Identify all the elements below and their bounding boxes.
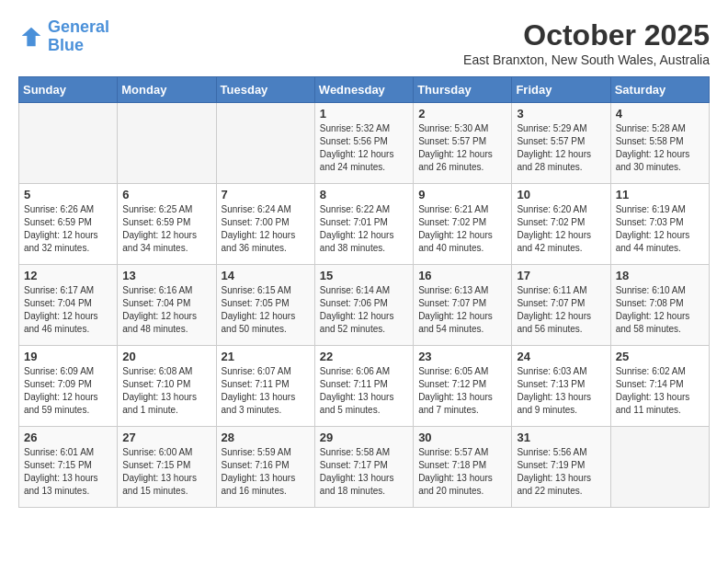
day-number: 20	[122, 350, 210, 363]
calendar-cell: 28Sunrise: 5:59 AM Sunset: 7:16 PM Dayli…	[216, 427, 314, 508]
cell-content: Sunrise: 6:21 AM Sunset: 7:02 PM Dayligh…	[418, 203, 506, 255]
cell-content: Sunrise: 6:10 AM Sunset: 7:08 PM Dayligh…	[616, 284, 704, 336]
day-number: 26	[24, 431, 112, 444]
day-number: 24	[517, 350, 605, 363]
cell-content: Sunrise: 5:29 AM Sunset: 5:57 PM Dayligh…	[517, 122, 605, 174]
day-number: 23	[418, 350, 506, 363]
svg-marker-0	[22, 28, 41, 47]
cell-content: Sunrise: 6:20 AM Sunset: 7:02 PM Dayligh…	[517, 203, 605, 255]
calendar-cell: 18Sunrise: 6:10 AM Sunset: 7:08 PM Dayli…	[610, 265, 709, 346]
day-number: 19	[24, 350, 112, 363]
cell-content: Sunrise: 6:07 AM Sunset: 7:11 PM Dayligh…	[222, 365, 310, 417]
weekday-header-cell: Tuesday	[216, 77, 314, 103]
cell-content: Sunrise: 6:26 AM Sunset: 6:59 PM Dayligh…	[24, 203, 112, 255]
weekday-header-cell: Thursday	[414, 77, 512, 103]
calendar-week-row: 26Sunrise: 6:01 AM Sunset: 7:15 PM Dayli…	[19, 427, 710, 508]
cell-content: Sunrise: 6:03 AM Sunset: 7:13 PM Dayligh…	[517, 365, 605, 417]
calendar-week-row: 19Sunrise: 6:09 AM Sunset: 7:09 PM Dayli…	[19, 346, 710, 427]
calendar-cell: 23Sunrise: 6:05 AM Sunset: 7:12 PM Dayli…	[414, 346, 512, 427]
calendar-cell: 19Sunrise: 6:09 AM Sunset: 7:09 PM Dayli…	[19, 346, 118, 427]
day-number: 29	[320, 431, 408, 444]
calendar-week-row: 12Sunrise: 6:17 AM Sunset: 7:04 PM Dayli…	[19, 265, 710, 346]
day-number: 14	[222, 269, 310, 282]
calendar-cell: 5Sunrise: 6:26 AM Sunset: 6:59 PM Daylig…	[19, 184, 118, 265]
cell-content: Sunrise: 6:25 AM Sunset: 6:59 PM Dayligh…	[122, 203, 210, 255]
calendar-cell: 24Sunrise: 6:03 AM Sunset: 7:13 PM Dayli…	[512, 346, 610, 427]
day-number: 6	[122, 188, 210, 201]
calendar-cell: 27Sunrise: 6:00 AM Sunset: 7:15 PM Dayli…	[118, 427, 216, 508]
calendar-week-row: 1Sunrise: 5:32 AM Sunset: 5:56 PM Daylig…	[19, 103, 710, 184]
cell-content: Sunrise: 6:09 AM Sunset: 7:09 PM Dayligh…	[24, 365, 112, 417]
cell-content: Sunrise: 6:22 AM Sunset: 7:01 PM Dayligh…	[320, 203, 408, 255]
month-title: October 2025	[463, 18, 710, 52]
day-number: 5	[24, 188, 112, 201]
day-number: 16	[418, 269, 506, 282]
day-number: 7	[222, 188, 310, 201]
calendar-cell	[610, 427, 709, 508]
cell-content: Sunrise: 6:16 AM Sunset: 7:04 PM Dayligh…	[122, 284, 210, 336]
weekday-header-cell: Monday	[118, 77, 216, 103]
calendar-cell: 1Sunrise: 5:32 AM Sunset: 5:56 PM Daylig…	[314, 103, 413, 184]
cell-content: Sunrise: 6:14 AM Sunset: 7:06 PM Dayligh…	[320, 284, 408, 336]
cell-content: Sunrise: 6:08 AM Sunset: 7:10 PM Dayligh…	[122, 365, 210, 417]
day-number: 27	[122, 431, 210, 444]
day-number: 4	[616, 107, 704, 121]
calendar-cell: 14Sunrise: 6:15 AM Sunset: 7:05 PM Dayli…	[216, 265, 314, 346]
location: East Branxton, New South Wales, Australi…	[463, 52, 710, 67]
calendar-cell: 17Sunrise: 6:11 AM Sunset: 7:07 PM Dayli…	[512, 265, 610, 346]
cell-content: Sunrise: 6:11 AM Sunset: 7:07 PM Dayligh…	[517, 284, 605, 336]
cell-content: Sunrise: 6:15 AM Sunset: 7:05 PM Dayligh…	[222, 284, 310, 336]
day-number: 15	[320, 269, 408, 282]
calendar-cell	[118, 103, 216, 184]
calendar-cell: 3Sunrise: 5:29 AM Sunset: 5:57 PM Daylig…	[512, 103, 610, 184]
day-number: 2	[418, 107, 506, 121]
day-number: 3	[517, 107, 605, 121]
calendar-cell: 16Sunrise: 6:13 AM Sunset: 7:07 PM Dayli…	[414, 265, 512, 346]
day-number: 13	[122, 269, 210, 282]
cell-content: Sunrise: 5:32 AM Sunset: 5:56 PM Dayligh…	[320, 122, 408, 174]
calendar-cell: 11Sunrise: 6:19 AM Sunset: 7:03 PM Dayli…	[610, 184, 709, 265]
day-number: 28	[222, 431, 310, 444]
day-number: 17	[517, 269, 605, 282]
calendar-week-row: 5Sunrise: 6:26 AM Sunset: 6:59 PM Daylig…	[19, 184, 710, 265]
day-number: 9	[418, 188, 506, 201]
weekday-header-row: SundayMondayTuesdayWednesdayThursdayFrid…	[19, 77, 710, 103]
calendar-cell: 26Sunrise: 6:01 AM Sunset: 7:15 PM Dayli…	[19, 427, 118, 508]
page-header: General Blue October 2025 East Branxton,…	[18, 18, 710, 67]
calendar-cell	[216, 103, 314, 184]
calendar-cell: 12Sunrise: 6:17 AM Sunset: 7:04 PM Dayli…	[19, 265, 118, 346]
day-number: 8	[320, 188, 408, 201]
cell-content: Sunrise: 5:57 AM Sunset: 7:18 PM Dayligh…	[418, 446, 506, 498]
cell-content: Sunrise: 6:05 AM Sunset: 7:12 PM Dayligh…	[418, 365, 506, 417]
title-block: October 2025 East Branxton, New South Wa…	[463, 18, 710, 67]
cell-content: Sunrise: 6:06 AM Sunset: 7:11 PM Dayligh…	[320, 365, 408, 417]
cell-content: Sunrise: 6:13 AM Sunset: 7:07 PM Dayligh…	[418, 284, 506, 336]
cell-content: Sunrise: 6:17 AM Sunset: 7:04 PM Dayligh…	[24, 284, 112, 336]
cell-content: Sunrise: 6:01 AM Sunset: 7:15 PM Dayligh…	[24, 446, 112, 498]
calendar-cell: 30Sunrise: 5:57 AM Sunset: 7:18 PM Dayli…	[414, 427, 512, 508]
weekday-header-cell: Wednesday	[314, 77, 413, 103]
calendar-cell: 15Sunrise: 6:14 AM Sunset: 7:06 PM Dayli…	[314, 265, 413, 346]
cell-content: Sunrise: 6:24 AM Sunset: 7:00 PM Dayligh…	[222, 203, 310, 255]
calendar-cell: 4Sunrise: 5:28 AM Sunset: 5:58 PM Daylig…	[610, 103, 709, 184]
calendar-cell: 29Sunrise: 5:58 AM Sunset: 7:17 PM Dayli…	[314, 427, 413, 508]
cell-content: Sunrise: 6:02 AM Sunset: 7:14 PM Dayligh…	[616, 365, 704, 417]
day-number: 10	[517, 188, 605, 201]
weekday-header-cell: Friday	[512, 77, 610, 103]
calendar-cell: 8Sunrise: 6:22 AM Sunset: 7:01 PM Daylig…	[314, 184, 413, 265]
calendar-cell: 7Sunrise: 6:24 AM Sunset: 7:00 PM Daylig…	[216, 184, 314, 265]
calendar-cell: 21Sunrise: 6:07 AM Sunset: 7:11 PM Dayli…	[216, 346, 314, 427]
calendar-cell	[19, 103, 118, 184]
cell-content: Sunrise: 5:58 AM Sunset: 7:17 PM Dayligh…	[320, 446, 408, 498]
cell-content: Sunrise: 5:28 AM Sunset: 5:58 PM Dayligh…	[616, 122, 704, 174]
calendar-cell: 31Sunrise: 5:56 AM Sunset: 7:19 PM Dayli…	[512, 427, 610, 508]
day-number: 1	[320, 107, 408, 121]
weekday-header-cell: Sunday	[19, 77, 118, 103]
calendar-cell: 6Sunrise: 6:25 AM Sunset: 6:59 PM Daylig…	[118, 184, 216, 265]
calendar-cell: 2Sunrise: 5:30 AM Sunset: 5:57 PM Daylig…	[414, 103, 512, 184]
calendar-cell: 10Sunrise: 6:20 AM Sunset: 7:02 PM Dayli…	[512, 184, 610, 265]
day-number: 22	[320, 350, 408, 363]
cell-content: Sunrise: 5:56 AM Sunset: 7:19 PM Dayligh…	[517, 446, 605, 498]
calendar-cell: 22Sunrise: 6:06 AM Sunset: 7:11 PM Dayli…	[314, 346, 413, 427]
calendar-cell: 20Sunrise: 6:08 AM Sunset: 7:10 PM Dayli…	[118, 346, 216, 427]
